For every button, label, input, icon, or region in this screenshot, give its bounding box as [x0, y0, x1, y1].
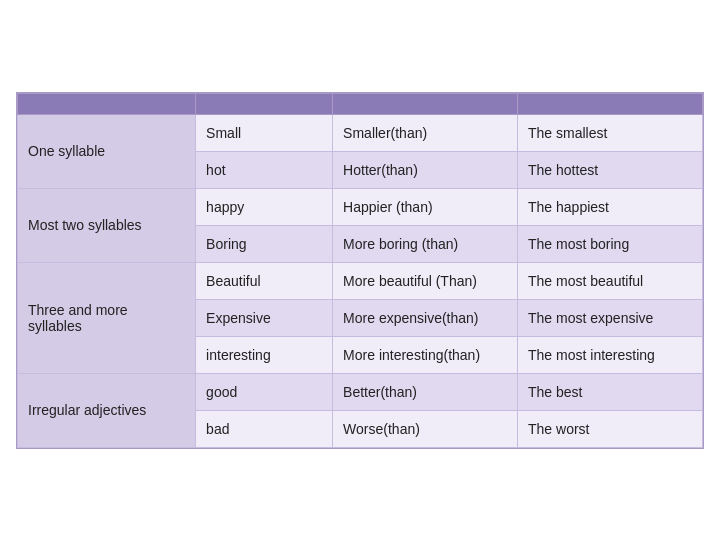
adjective-cell: happy — [196, 188, 333, 225]
superlative-cell: The happiest — [518, 188, 703, 225]
comparative-cell: More beautiful (Than) — [333, 262, 518, 299]
comparative-cell: Smaller(than) — [333, 114, 518, 151]
adjective-cell: Boring — [196, 225, 333, 262]
header-adjective — [196, 93, 333, 114]
table-row: Three and more syllablesBeautifulMore be… — [18, 262, 703, 299]
superlative-cell: The smallest — [518, 114, 703, 151]
comparative-cell: Happier (than) — [333, 188, 518, 225]
comparative-cell: Better(than) — [333, 373, 518, 410]
comparative-cell: More interesting(than) — [333, 336, 518, 373]
main-table-wrapper: One syllableSmallSmaller(than)The smalle… — [16, 92, 704, 449]
table-row: One syllableSmallSmaller(than)The smalle… — [18, 114, 703, 151]
grammar-table: One syllableSmallSmaller(than)The smalle… — [17, 93, 703, 448]
header-empty — [18, 93, 196, 114]
header-comparative — [333, 93, 518, 114]
adjective-cell: interesting — [196, 336, 333, 373]
adjective-cell: Beautiful — [196, 262, 333, 299]
comparative-cell: More expensive(than) — [333, 299, 518, 336]
superlative-cell: The best — [518, 373, 703, 410]
comparative-cell: More boring (than) — [333, 225, 518, 262]
category-cell: One syllable — [18, 114, 196, 188]
header-superlative — [518, 93, 703, 114]
table-row: Most two syllableshappyHappier (than)The… — [18, 188, 703, 225]
category-cell: Most two syllables — [18, 188, 196, 262]
header-row — [18, 93, 703, 114]
table-row: Irregular adjectivesgoodBetter(than)The … — [18, 373, 703, 410]
superlative-cell: The hottest — [518, 151, 703, 188]
superlative-cell: The most interesting — [518, 336, 703, 373]
category-cell: Three and more syllables — [18, 262, 196, 373]
comparative-cell: Worse(than) — [333, 410, 518, 447]
adjective-cell: hot — [196, 151, 333, 188]
category-cell: Irregular adjectives — [18, 373, 196, 447]
superlative-cell: The most beautiful — [518, 262, 703, 299]
superlative-cell: The worst — [518, 410, 703, 447]
adjective-cell: bad — [196, 410, 333, 447]
adjective-cell: good — [196, 373, 333, 410]
adjective-cell: Small — [196, 114, 333, 151]
adjective-cell: Expensive — [196, 299, 333, 336]
superlative-cell: The most expensive — [518, 299, 703, 336]
comparative-cell: Hotter(than) — [333, 151, 518, 188]
superlative-cell: The most boring — [518, 225, 703, 262]
